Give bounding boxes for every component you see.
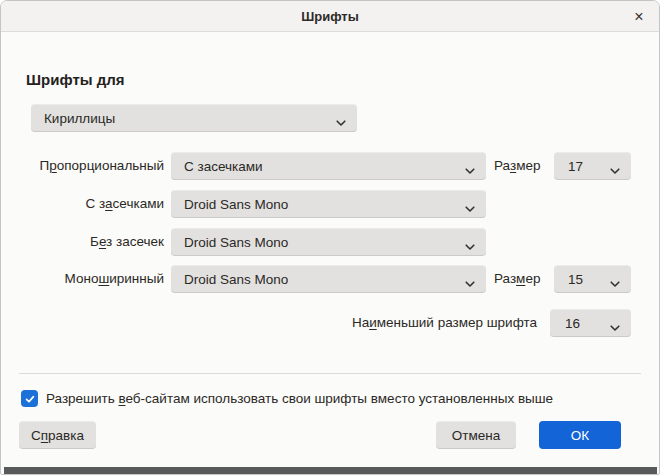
help-button[interactable]: Справка — [19, 421, 96, 449]
chevron-down-icon — [465, 163, 475, 170]
monospace-value: Droid Sans Mono — [184, 272, 288, 287]
size-proportional-select[interactable]: 17 — [554, 152, 631, 180]
chevron-down-icon — [465, 239, 475, 246]
label-part: еб-сайтам использовать свои шрифты вмест… — [126, 391, 554, 406]
dialog-title: Шрифты — [301, 9, 359, 24]
label-part: меньший размер шрифта — [377, 315, 537, 330]
label-part: Разрешить — [46, 391, 118, 406]
fonts-for-heading: Шрифты для — [26, 71, 125, 88]
proportional-select[interactable]: С засечками — [171, 152, 486, 180]
label-part: сечками — [113, 196, 164, 211]
min-font-size-value: 16 — [565, 316, 580, 331]
monospace-select[interactable]: Droid Sans Mono — [171, 265, 486, 293]
label-part: иринный — [109, 271, 164, 286]
access-key: а — [105, 196, 113, 211]
fonts-for-value: Кириллицы — [44, 111, 115, 126]
label-part: Моно — [65, 271, 99, 286]
min-font-size-label: Наименьший размер шрифта — [201, 309, 537, 337]
close-icon[interactable]: × — [627, 5, 651, 29]
label-part: На — [352, 315, 369, 330]
label-part: С — [31, 428, 41, 443]
min-font-size-select[interactable]: 16 — [550, 309, 631, 337]
sans-serif-value: Droid Sans Mono — [184, 235, 288, 250]
label-part: мер — [516, 158, 540, 173]
checkmark-icon — [24, 393, 36, 405]
size-monospace-value: 15 — [568, 272, 583, 287]
chevron-down-icon — [465, 276, 475, 283]
label-part: Ра — [494, 158, 510, 173]
chevron-down-icon — [610, 163, 620, 170]
label-part: ер — [525, 271, 540, 286]
proportional-value: С засечками — [184, 159, 263, 174]
chevron-down-icon — [610, 320, 620, 327]
fonts-for-select[interactable]: Кириллицы — [31, 104, 357, 132]
label-part: равка — [48, 428, 84, 443]
titlebar: Шрифты × — [1, 1, 659, 32]
chevron-down-icon — [336, 115, 346, 122]
label-part: П — [40, 158, 50, 173]
label-part: Раз — [494, 271, 516, 286]
websites-fonts-checkbox[interactable] — [21, 390, 38, 407]
fonts-dialog: Шрифты × Шрифты для Кириллицы Пропорцион… — [0, 0, 660, 475]
window-bottom-edge — [4, 467, 657, 475]
serif-label: С засечками — [1, 190, 164, 218]
access-key: р — [49, 158, 57, 173]
access-key: и — [369, 315, 377, 330]
size-proportional-value: 17 — [568, 159, 583, 174]
label-part: опорциональный — [57, 158, 164, 173]
ok-button[interactable]: ОК — [539, 421, 621, 449]
access-key: п — [41, 428, 48, 443]
serif-select[interactable]: Droid Sans Mono — [171, 190, 486, 218]
access-key: е — [99, 234, 106, 249]
serif-value: Droid Sans Mono — [184, 197, 288, 212]
access-key: м — [516, 271, 525, 286]
sans-serif-label: Без засечек — [1, 228, 164, 256]
size-monospace-select[interactable]: 15 — [554, 265, 631, 293]
chevron-down-icon — [610, 276, 620, 283]
access-key: в — [118, 391, 125, 406]
monospace-label: Моноширинный — [1, 265, 164, 293]
cancel-button[interactable]: Отмена — [436, 421, 516, 449]
size-monospace-label: Размер — [494, 265, 540, 293]
proportional-label: Пропорциональный — [1, 152, 164, 180]
label-part: С з — [85, 196, 105, 211]
label-part: з засечек — [106, 234, 164, 249]
size-proportional-label: Размер — [494, 152, 540, 180]
section-divider — [19, 373, 641, 374]
access-key: ш — [98, 271, 109, 286]
websites-fonts-label[interactable]: Разрешить веб-сайтам использовать свои ш… — [46, 385, 553, 413]
label-part: Б — [90, 234, 99, 249]
sans-serif-select[interactable]: Droid Sans Mono — [171, 228, 486, 256]
chevron-down-icon — [465, 201, 475, 208]
